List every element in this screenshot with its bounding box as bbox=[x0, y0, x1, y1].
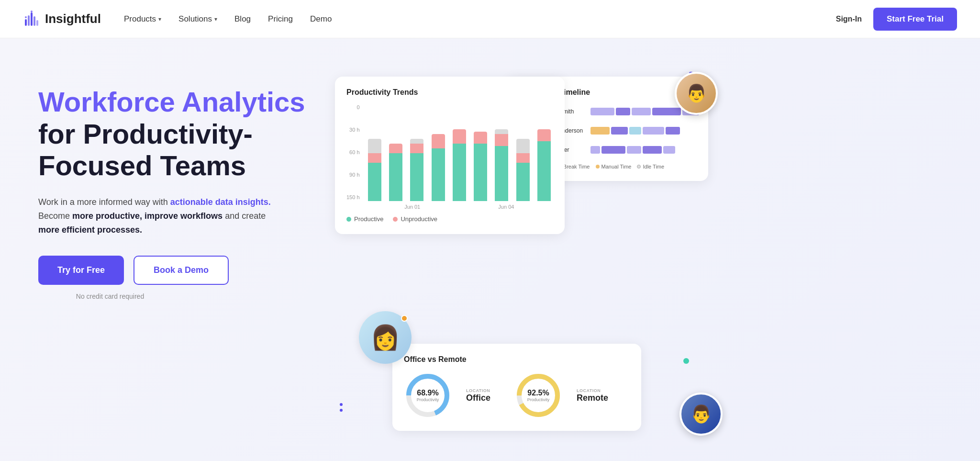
nav-pricing-link[interactable]: Pricing bbox=[268, 14, 293, 24]
legend-idle-time: Idle Time bbox=[637, 164, 664, 169]
y-label-1: 0 bbox=[346, 104, 360, 110]
bar-9-productive bbox=[537, 141, 551, 201]
bar-4-stack bbox=[432, 134, 445, 201]
description-bold1: more productive, improve workflows bbox=[72, 211, 223, 221]
nav-blog[interactable]: Blog bbox=[234, 14, 251, 24]
bar-3-unproductive bbox=[410, 144, 423, 153]
office-remote-card: Office vs Remote 68.9% Productivity bbox=[392, 344, 641, 431]
remote-location-value: Remote bbox=[577, 393, 608, 403]
bar-7-unproductive bbox=[495, 134, 508, 146]
tbar-3-3 bbox=[627, 146, 641, 154]
nav-products-link[interactable]: Products ▾ bbox=[124, 14, 161, 24]
tbar-3-1 bbox=[590, 146, 600, 154]
blue-dots-left bbox=[340, 403, 343, 412]
try-for-free-button[interactable]: Try for Free bbox=[38, 256, 124, 285]
remote-pct: 92.5% bbox=[527, 389, 549, 397]
hero-section: Workforce Analytics for Productivity- Fo… bbox=[0, 38, 980, 461]
bar-1-neutral bbox=[368, 139, 381, 153]
bar-5-unproductive bbox=[453, 129, 466, 144]
svg-rect-2 bbox=[31, 12, 33, 26]
productivity-card: Productivity Trends 150 h 90 h 60 h 30 h… bbox=[335, 77, 565, 234]
x-label-jun01: Jun 01 bbox=[404, 204, 420, 210]
hero-left: Workforce Analytics for Productivity- Fo… bbox=[38, 67, 316, 300]
products-chevron-icon: ▾ bbox=[158, 16, 161, 22]
description-bold2: more efficient processes. bbox=[38, 225, 142, 235]
legend-productive: Productive bbox=[346, 215, 383, 223]
office-pct: 68.9% bbox=[417, 389, 438, 397]
chart-x-labels: Jun 01 Jun 04 bbox=[366, 204, 553, 210]
tbar-2-2 bbox=[611, 127, 628, 135]
no-credit-text: No credit card required bbox=[38, 292, 182, 300]
navbar-right: Sign-In Start Free Trial bbox=[836, 8, 957, 31]
start-trial-button[interactable]: Start Free Trial bbox=[873, 8, 957, 31]
nav-demo[interactable]: Demo bbox=[310, 14, 332, 24]
person-headphones-container: 👩 bbox=[359, 311, 412, 364]
book-demo-button[interactable]: Book a Demo bbox=[134, 256, 229, 285]
bar-4-productive bbox=[432, 148, 445, 201]
avatar-person-1: 👨 bbox=[675, 72, 718, 115]
timeline-bars-3 bbox=[590, 146, 697, 154]
hero-buttons: Try for Free Book a Demo bbox=[38, 256, 316, 285]
svg-rect-1 bbox=[28, 15, 30, 26]
hero-description: Work in a more informed way with actiona… bbox=[38, 195, 287, 236]
remote-location-label: LOCATION bbox=[577, 388, 608, 393]
y-label-3: 60 h bbox=[346, 149, 360, 155]
bar-8 bbox=[514, 139, 532, 201]
bar-3-neutral bbox=[410, 139, 423, 144]
tbar-3-4 bbox=[643, 146, 662, 154]
bar-6-stack bbox=[474, 132, 487, 201]
y-label-5: 150 h bbox=[346, 194, 360, 200]
nav-pricing[interactable]: Pricing bbox=[268, 14, 293, 24]
blue-dot-2 bbox=[340, 409, 343, 412]
productivity-card-title: Productivity Trends bbox=[346, 88, 553, 97]
office-remote-title: Office vs Remote bbox=[404, 355, 630, 364]
bar-3 bbox=[408, 139, 426, 201]
bar-4-unproductive bbox=[432, 134, 445, 148]
tbar-2-3 bbox=[629, 127, 641, 135]
bar-5-stack bbox=[453, 129, 466, 201]
blue-dot-1 bbox=[340, 403, 343, 406]
solutions-chevron-icon: ▾ bbox=[214, 16, 217, 22]
office-remote-content: 68.9% Productivity LOCATION Office bbox=[404, 371, 630, 419]
office-productivity-label: Productivity bbox=[417, 397, 439, 402]
bar-1-stack bbox=[368, 139, 381, 201]
logo-text: Insightful bbox=[45, 11, 101, 26]
bar-8-productive bbox=[516, 163, 530, 201]
bar-8-stack bbox=[516, 139, 530, 201]
bar-3-productive bbox=[410, 153, 423, 201]
bar-7-stack bbox=[495, 129, 508, 201]
hero-title-line3: Focused Teams bbox=[38, 150, 246, 181]
person-headphones-emoji: 👩 bbox=[370, 324, 400, 351]
tbar-1-2 bbox=[616, 108, 630, 115]
nav-links: Products ▾ Solutions ▾ Blog Pricing bbox=[124, 14, 332, 24]
nav-blog-link[interactable]: Blog bbox=[234, 14, 251, 24]
logo-link[interactable]: Insightful bbox=[23, 11, 101, 28]
chart-legend: Productive Unproductive bbox=[346, 215, 553, 223]
bar-5-productive bbox=[453, 144, 466, 201]
navbar: Insightful Products ▾ Solutions ▾ Blog bbox=[0, 0, 980, 38]
chart-body: Jun 01 Jun 04 bbox=[366, 129, 553, 210]
nav-demo-link[interactable]: Demo bbox=[310, 14, 332, 24]
bar-6-productive bbox=[474, 144, 487, 201]
dot-manual bbox=[596, 165, 600, 169]
chart-area: 150 h 90 h 60 h 30 h 0 bbox=[346, 104, 553, 210]
hero-right: Productivity Trends 150 h 90 h 60 h 30 h… bbox=[316, 67, 957, 440]
bar-6-unproductive bbox=[474, 132, 487, 144]
bar-9 bbox=[535, 129, 553, 201]
bar-1 bbox=[366, 139, 384, 201]
bar-3-stack bbox=[410, 139, 423, 201]
sign-in-button[interactable]: Sign-In bbox=[836, 15, 862, 23]
tbar-3-5 bbox=[663, 146, 675, 154]
nav-products[interactable]: Products ▾ bbox=[124, 14, 161, 24]
navbar-left: Insightful Products ▾ Solutions ▾ Blog bbox=[23, 11, 332, 28]
bar-6 bbox=[471, 132, 490, 201]
nav-solutions[interactable]: Solutions ▾ bbox=[178, 14, 217, 24]
y-label-2: 30 h bbox=[346, 127, 360, 133]
avatar-bottom-right: 👨 bbox=[679, 393, 723, 436]
nav-solutions-link[interactable]: Solutions ▾ bbox=[178, 14, 217, 24]
orange-notification-dot bbox=[401, 315, 408, 322]
bar-7-productive bbox=[495, 146, 508, 201]
remote-donut: 92.5% Productivity bbox=[514, 371, 562, 419]
legend-unproductive: Unproductive bbox=[393, 215, 437, 223]
legend-manual-time: Manual Time bbox=[596, 164, 632, 169]
